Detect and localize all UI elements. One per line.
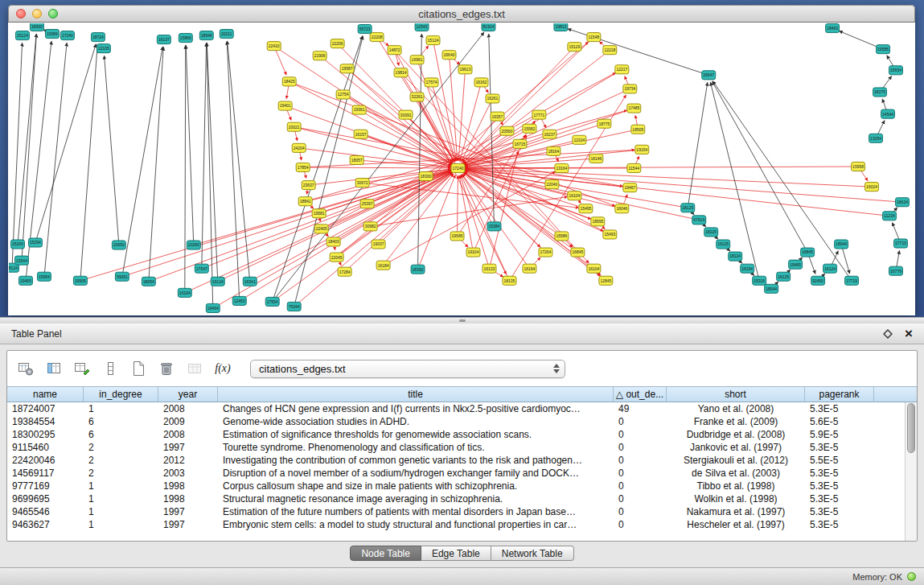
network-node[interactable]: 18125 [681, 204, 695, 212]
network-node[interactable]: 15294 [28, 238, 42, 247]
table-row[interactable]: 1872400712008Changes of HCN gene express… [7, 402, 905, 415]
float-panel-icon[interactable] [882, 328, 893, 340]
tab-node-table[interactable]: Node Table [350, 546, 421, 561]
network-node[interactable]: 17240 [451, 163, 465, 172]
network-node[interactable]: 11544 [627, 163, 641, 172]
network-node[interactable]: 16104 [587, 264, 601, 273]
network-node[interactable]: 13164 [555, 163, 569, 172]
window-titlebar[interactable]: citations_edges.txt [8, 5, 915, 23]
network-node[interactable]: 18775 [598, 119, 611, 128]
network-node[interactable]: 19814 [394, 68, 408, 77]
network-node[interactable]: 23637 [302, 181, 315, 190]
network-node[interactable]: 19813 [554, 23, 568, 31]
network-node[interactable]: 55723 [358, 25, 372, 34]
network-node[interactable]: 19104 [466, 248, 480, 257]
network-canvas[interactable]: 1724022410184251940120021242041785423637… [9, 23, 914, 315]
network-node[interactable]: 18403 [326, 237, 340, 246]
network-node[interactable]: 16647 [702, 71, 716, 80]
network-node[interactable]: 16779 [889, 266, 903, 275]
network-node[interactable]: 25397 [360, 200, 374, 208]
table-row[interactable]: 946362711997Embryonic stem cells: a mode… [7, 518, 905, 531]
network-node[interactable]: 24204 [292, 143, 306, 152]
network-node[interactable]: 13254 [869, 134, 883, 142]
network-node[interactable]: 12218 [603, 46, 617, 55]
network-node[interactable]: 22045 [330, 253, 343, 262]
function-builder-icon[interactable]: f(x) [212, 358, 233, 379]
network-node[interactable]: 18300 [419, 172, 433, 181]
network-node[interactable]: 12543 [415, 23, 429, 31]
table-row[interactable]: 1830029562008Estimation of significance … [7, 428, 905, 441]
network-node[interactable]: 12217 [615, 65, 629, 74]
network-node[interactable]: 18724 [91, 33, 105, 42]
network-node[interactable]: 19585 [877, 45, 890, 54]
network-node[interactable]: 19154 [635, 145, 649, 154]
network-node[interactable]: 17264 [539, 248, 552, 257]
network-node[interactable]: 18044 [765, 284, 778, 293]
column-header-title[interactable]: title [218, 387, 614, 402]
network-node[interactable]: 12754 [336, 90, 350, 99]
network-node[interactable]: 16845 [801, 248, 815, 257]
network-node[interactable]: 20021 [287, 122, 301, 131]
tab-network-table[interactable]: Network Table [491, 546, 574, 561]
network-node[interactable]: 19361 [352, 105, 366, 114]
close-window-button[interactable] [16, 9, 26, 19]
table-vertical-scrollbar[interactable] [905, 402, 917, 541]
network-node[interactable]: 17574 [425, 78, 438, 87]
network-node[interactable]: 19467 [623, 183, 637, 192]
network-node[interactable]: 16104 [568, 192, 581, 200]
network-node[interactable]: 22208 [370, 33, 384, 42]
network-node[interactable]: 16237 [543, 130, 556, 138]
network-node[interactable]: 18044 [835, 240, 848, 249]
table-row[interactable]: 969969511998Structural magnetic resonanc… [7, 492, 905, 505]
column-header-pagerank[interactable]: pagerank [805, 387, 874, 402]
table-row[interactable]: 946554611997Estimation of the future num… [7, 505, 905, 518]
close-panel-icon[interactable]: × [905, 328, 913, 340]
network-node[interactable]: 18164 [547, 146, 561, 155]
network-node[interactable]: 19613 [458, 65, 472, 74]
network-node[interactable]: 19587 [340, 64, 354, 73]
network-node[interactable]: 20211 [220, 30, 233, 39]
network-node[interactable]: 17719 [845, 276, 859, 285]
network-node[interactable]: 15316 [753, 276, 766, 285]
network-node[interactable]: 15654 [889, 66, 903, 75]
column-header-short[interactable]: short [667, 387, 805, 402]
network-node[interactable]: 15129 [568, 43, 581, 51]
network-node[interactable]: 18057 [350, 155, 363, 164]
network-node[interactable]: 17485 [627, 104, 641, 113]
network-node[interactable]: 19037 [372, 240, 385, 249]
network-node[interactable]: 25206 [10, 240, 24, 249]
network-node[interactable]: 14872 [388, 46, 401, 55]
row-selector-icon[interactable] [100, 358, 121, 379]
network-node[interactable]: 19401 [278, 101, 292, 110]
network-node[interactable]: 16184 [376, 261, 390, 270]
network-node[interactable]: 16024 [865, 183, 879, 192]
network-node[interactable]: 18276 [873, 88, 887, 97]
tab-edge-table[interactable]: Edge Table [421, 546, 491, 561]
network-node[interactable]: 18054 [142, 277, 155, 286]
network-node[interactable]: 16125 [717, 240, 730, 249]
network-node[interactable]: 15958 [852, 162, 865, 171]
network-node[interactable]: 18505 [631, 125, 645, 134]
new-table-icon[interactable] [128, 358, 149, 379]
network-node[interactable]: 14544 [881, 109, 895, 118]
network-node[interactable]: 19357 [491, 112, 504, 121]
network-node[interactable]: 19465 [789, 260, 803, 269]
delete-table-icon[interactable] [156, 358, 177, 379]
network-node[interactable]: 32261 [410, 93, 424, 101]
panel-splitter[interactable] [0, 317, 924, 323]
network-node[interactable]: 15582 [523, 124, 536, 133]
table-row[interactable]: 1938455462009Genome-wide association stu… [7, 415, 905, 428]
table-row[interactable]: 977716911998Corpus callosum shape and si… [7, 480, 905, 492]
network-node[interactable]: 16194 [523, 264, 536, 273]
network-node[interactable]: 22410 [267, 42, 281, 51]
network-node[interactable]: 22206 [331, 39, 344, 48]
network-node[interactable]: 19905 [73, 276, 87, 285]
network-node[interactable]: 12450 [232, 296, 246, 305]
network-node[interactable]: 12105 [97, 44, 110, 53]
network-node[interactable]: 15866 [179, 34, 192, 43]
network-node[interactable]: 18595 [591, 217, 605, 226]
network-node[interactable]: 19124 [211, 277, 224, 286]
network-node[interactable]: 18946 [199, 31, 213, 40]
network-node[interactable]: 11234 [883, 212, 897, 220]
network-node[interactable]: 59051 [115, 272, 129, 281]
